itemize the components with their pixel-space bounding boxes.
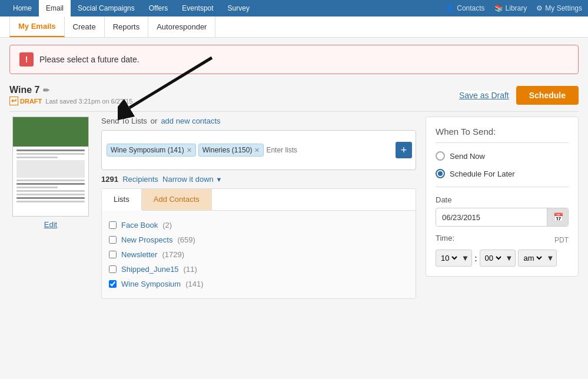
list-name: Wine Symposium [121,280,181,288]
edit-link[interactable]: Edit [44,220,57,229]
list-checkbox-4[interactable] [109,280,117,288]
nav-offers[interactable]: Offers [142,0,175,16]
list-count: (2) [162,221,172,230]
list-count: (11) [184,265,197,274]
tag-wine-symposium: Wine Symposium (141) ✕ [107,144,196,157]
add-new-contacts-link[interactable]: add new contacts [161,117,220,125]
nav-survey[interactable]: Survey [221,0,257,16]
narrow-down-link[interactable]: Narrow it down [162,175,214,184]
when-to-send-title: When To Send: [436,127,569,137]
tab-add-contacts[interactable]: Add Contacts [142,189,212,210]
time-select-row: 101112123456789 ▼ : 00153045 ▼ ampm ▼ [436,250,569,267]
recipients-count: 1291 [101,175,118,184]
thumbnail-lines [13,117,88,207]
subnav-my-emails[interactable]: My Emails [9,16,65,37]
thumbnail-line [16,149,85,151]
nav-social[interactable]: Social Campaigns [71,0,142,16]
when-divider [436,142,569,143]
save-draft-button[interactable]: Save as Draft [459,91,509,100]
list-item: Face Book (2) [109,218,408,232]
main-layout: Edit Send To Lists or add new contacts W… [9,117,579,299]
thumbnail-line [16,187,58,188]
pdt-label: PDT [554,236,569,244]
minute-select-container[interactable]: 00153045 ▼ [480,250,516,267]
email-title-right: Save as Draft Schedule [459,86,579,105]
center-col: Send To Lists or add new contacts Wine S… [101,117,416,299]
send-to-label: Send To Lists [101,117,147,125]
list-item: Shipped_June15 (11) [109,262,408,277]
thumbnail-line [16,179,85,181]
tag-wine-symposium-remove[interactable]: ✕ [187,147,192,154]
alert-box: ! Please select a future date. [9,45,579,74]
list-item: Newsletter (1729) [109,247,408,262]
list-checkbox-0[interactable] [109,221,117,229]
chevron-hour-icon: ▼ [461,254,469,262]
top-nav: Home Email Social Campaigns Offers Event… [0,0,588,16]
chevron-ampm-icon: ▼ [546,254,554,262]
calendar-button[interactable]: 📅 [547,208,569,226]
email-title-left: Wine 7 ✏ ↩ DRAFT Last saved 3:21pm on 6/… [9,85,132,105]
time-section-divider [436,187,569,187]
tabs-header: Lists Add Contacts [102,189,416,211]
list-checkbox-2[interactable] [109,251,117,258]
subnav-autoresponder[interactable]: Autoresponder [148,16,215,37]
alert-icon: ! [19,52,34,67]
chevron-down-icon: ▼ [215,176,222,183]
thumbnail-line [16,201,85,202]
schedule-button[interactable]: Schedule [516,86,579,105]
add-list-button[interactable]: + [396,142,412,158]
send-now-radio[interactable] [436,151,445,161]
list-checkbox-3[interactable] [109,265,117,273]
nav-eventspot[interactable]: Eventspot [175,0,220,16]
thumbnail-image-block [16,160,85,178]
edit-title-button[interactable]: ✏ [43,86,49,95]
list-search-input[interactable] [266,146,354,154]
date-input-row: 📅 [436,208,569,227]
date-label: Date [436,195,569,204]
thumbnail-line [16,183,85,185]
ampm-select[interactable]: ampm [521,253,544,263]
thumbnail-preview [13,117,88,216]
schedule-later-label: Schedule For Later [450,169,515,178]
thumbnail-col: Edit [9,117,92,299]
library-icon: 📚 [494,4,503,12]
ampm-select-container[interactable]: ampm ▼ [518,250,557,267]
subnav-reports[interactable]: Reports [105,16,149,37]
list-name: Face Book [121,221,158,230]
right-col: When To Send: Send Now Schedule For Late… [426,117,579,299]
nav-settings[interactable]: ⚙ My Settings [536,4,582,12]
draft-icon: ↩ [9,97,18,105]
thumbnail-line [16,190,85,192]
list-name: New Prospects [121,235,172,244]
when-to-send-box: When To Send: Send Now Schedule For Late… [426,117,579,277]
tab-lists[interactable]: Lists [102,189,142,211]
person-icon: 👤 [446,4,454,12]
nav-home[interactable]: Home [6,0,39,16]
last-saved: Last saved 3:21pm on 6/22/15 [45,98,132,105]
hour-select[interactable]: 101112123456789 [438,253,459,263]
tag-wineries: Wineries (1150) ✕ [198,144,264,157]
list-name: Shipped_June15 [121,265,179,274]
recipients-link[interactable]: Recipients [122,175,158,184]
thumbnail-line [16,157,58,158]
list-count: (141) [185,280,203,288]
alert-message: Please select a future date. [39,55,139,64]
date-input[interactable] [436,209,547,226]
tabs-container: Lists Add Contacts Face Book (2)New Pros… [101,188,416,299]
list-checkbox-1[interactable] [109,236,117,244]
subnav-create[interactable]: Create [65,16,105,37]
thumbnail-line [16,153,85,155]
lists-body: Face Book (2)New Prospects (659)Newslett… [102,211,416,298]
minute-select[interactable]: 00153045 [483,253,503,263]
send-to-row: Send To Lists or add new contacts [101,117,416,125]
send-or-text: or [151,117,158,125]
hour-select-container[interactable]: 101112123456789 ▼ [436,250,472,267]
list-tags-container: Wine Symposium (141) ✕ Wineries (1150) ✕… [101,130,416,170]
list-count: (1729) [162,250,184,259]
nav-email[interactable]: Email [39,0,71,16]
schedule-later-radio[interactable] [436,169,445,178]
section-divider [9,111,579,112]
nav-contacts[interactable]: 👤 Contacts [446,4,484,12]
nav-library[interactable]: 📚 Library [494,4,527,12]
tag-wineries-remove[interactable]: ✕ [254,147,260,154]
